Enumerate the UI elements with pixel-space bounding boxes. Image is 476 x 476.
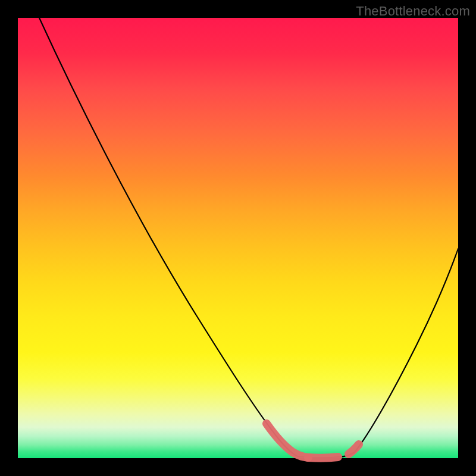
sweet-spot-right bbox=[349, 444, 359, 454]
watermark-text: TheBottleneck.com bbox=[356, 4, 470, 19]
plot-area bbox=[18, 18, 458, 458]
right-curve bbox=[355, 249, 458, 452]
sweet-spot-left bbox=[267, 424, 308, 458]
curve-layer bbox=[18, 18, 458, 458]
chart-frame: TheBottleneck.com bbox=[0, 0, 476, 476]
left-curve bbox=[39, 18, 298, 456]
sweet-spot-floor bbox=[308, 457, 338, 458]
